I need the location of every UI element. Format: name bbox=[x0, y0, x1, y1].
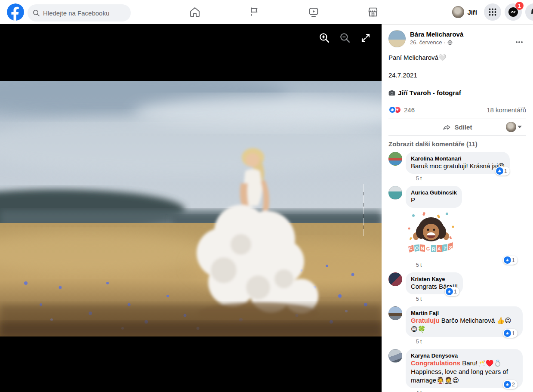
viewer-controls bbox=[318, 32, 372, 44]
like-icon bbox=[504, 381, 511, 388]
profile-chip[interactable]: Jiří bbox=[451, 5, 481, 19]
comment-karyna: Karyna Denysova Congratulations Baru!🥂♥️… bbox=[388, 349, 526, 392]
search-input[interactable] bbox=[43, 9, 120, 17]
like-reaction-icon bbox=[388, 106, 396, 114]
avatar[interactable] bbox=[388, 186, 402, 200]
author-avatar[interactable] bbox=[388, 30, 406, 47]
photo-viewer bbox=[0, 24, 382, 392]
tagged-page-link[interactable]: Jiří Tvaroh - fotograf bbox=[388, 89, 526, 96]
svg-text:S: S bbox=[449, 244, 453, 250]
avatar[interactable] bbox=[388, 349, 402, 363]
post-panel: Bára Melicharová 26. července · Pa bbox=[382, 24, 533, 392]
comment-time[interactable]: 4 t bbox=[416, 390, 526, 392]
like-count: 1 bbox=[454, 288, 457, 295]
highlighted-word: Gratuluju bbox=[411, 317, 440, 324]
zoom-in-button[interactable] bbox=[318, 32, 330, 44]
nav-marketplace[interactable] bbox=[361, 0, 385, 24]
notifications-button[interactable] bbox=[525, 3, 533, 21]
svg-text:N: N bbox=[421, 246, 424, 251]
thumbs-up-icon bbox=[390, 108, 394, 112]
home-icon bbox=[189, 6, 201, 18]
camera-icon bbox=[388, 90, 395, 96]
post-text: Paní Melicharová bbox=[388, 54, 438, 61]
comment-author[interactable]: Aurica Gubincsik bbox=[411, 189, 457, 196]
tagged-page-name: Jiří Tvaroh - fotograf bbox=[398, 89, 461, 96]
chevron-down-icon bbox=[518, 126, 522, 128]
reaction-icons[interactable]: ♥ bbox=[388, 106, 401, 114]
post-date[interactable]: 26. července bbox=[410, 39, 442, 46]
zoom-out-icon bbox=[339, 32, 351, 43]
avatar[interactable] bbox=[388, 272, 402, 286]
like-icon bbox=[504, 256, 511, 264]
comment-like-badge[interactable]: 1 bbox=[503, 329, 518, 338]
comment-author[interactable]: Karyna Denysova bbox=[411, 352, 518, 359]
messenger-unread-badge: 1 bbox=[515, 2, 524, 10]
profile-name: Jiří bbox=[467, 9, 477, 16]
svg-text:R: R bbox=[432, 247, 435, 252]
divider bbox=[388, 136, 526, 136]
comment-kristen: Kristen Kaye Congrats Bára!!! 5 t 1 bbox=[388, 272, 526, 302]
like-icon bbox=[496, 167, 503, 175]
comment-author[interactable]: Karolina Montanari bbox=[411, 155, 505, 162]
post-author-name[interactable]: Bára Melicharová bbox=[410, 30, 463, 38]
facebook-logo[interactable] bbox=[7, 3, 24, 22]
post-header: Bára Melicharová 26. července · bbox=[388, 30, 526, 47]
comment-text: P bbox=[411, 196, 457, 204]
comment-martin: Martin Fajl Gratuluju Barčo Melicharová … bbox=[388, 306, 526, 345]
comment-like-badge[interactable]: 1 bbox=[445, 287, 459, 296]
comment-time[interactable]: 5 t bbox=[416, 296, 526, 302]
comment-time[interactable]: 5 t bbox=[416, 176, 526, 182]
messenger-button[interactable]: 1 bbox=[505, 3, 522, 21]
facebook-app: Jiří 1 bbox=[0, 0, 533, 392]
comment-author[interactable]: Martin Fajl bbox=[411, 310, 518, 316]
comment-like-badge[interactable]: 2 bbox=[503, 380, 518, 389]
svg-text:G: G bbox=[426, 246, 430, 251]
highlighted-word: Congratulations bbox=[411, 359, 460, 367]
like-icon bbox=[446, 288, 453, 295]
avatar bbox=[452, 6, 464, 18]
avatar bbox=[506, 122, 516, 132]
bell-icon bbox=[529, 7, 533, 17]
show-more-comments[interactable]: Zobrazit další komentáře (11) bbox=[388, 140, 526, 148]
apps-menu-button[interactable] bbox=[484, 3, 501, 21]
comment-text: Baruš moc gratuluji! Krásná jsi😍 bbox=[411, 162, 505, 170]
meta-separator: · bbox=[444, 39, 445, 46]
comment-text: Gratuluju Barčo Melicharová 👍😉😊🍀 bbox=[411, 316, 518, 333]
fullscreen-icon bbox=[360, 33, 371, 43]
avatar[interactable] bbox=[388, 306, 402, 320]
congrats-sticker[interactable]: C O N G R A T S bbox=[406, 210, 456, 260]
comment-time[interactable]: 5 t bbox=[416, 339, 526, 345]
svg-text:A: A bbox=[437, 246, 441, 252]
comment-as-selector[interactable] bbox=[506, 122, 522, 132]
reaction-count[interactable]: 246 bbox=[404, 106, 415, 114]
nav-watch[interactable] bbox=[302, 0, 326, 24]
nav-home[interactable] bbox=[183, 0, 207, 24]
avatar[interactable] bbox=[388, 152, 402, 166]
comment-like-badge[interactable]: 1 bbox=[503, 256, 518, 265]
search-bar[interactable] bbox=[28, 4, 131, 22]
zoom-out-button[interactable] bbox=[339, 32, 351, 44]
share-button[interactable]: Sdílet bbox=[432, 120, 483, 133]
storefront-icon bbox=[367, 6, 379, 18]
svg-text:O: O bbox=[415, 245, 419, 251]
comment-bubble[interactable]: Aurica Gubincsik P bbox=[406, 186, 462, 208]
comment-aurica: Aurica Gubincsik P bbox=[388, 186, 526, 268]
comment-karolina: Karolina Montanari Baruš moc gratuluji! … bbox=[388, 152, 526, 182]
comment-author[interactable]: Kristen Kaye bbox=[411, 276, 458, 282]
facebook-logo-icon bbox=[7, 3, 24, 21]
fullscreen-button[interactable] bbox=[360, 32, 372, 44]
comment-bubble[interactable]: Karolina Montanari Baruš moc gratuluji! … bbox=[406, 152, 510, 174]
reactions-row: ♥ 246 18 komentářů bbox=[388, 106, 526, 114]
watch-icon bbox=[308, 6, 320, 18]
nav-pages[interactable] bbox=[242, 0, 266, 24]
comment-count[interactable]: 18 komentářů bbox=[487, 106, 526, 114]
like-count: 1 bbox=[512, 330, 515, 336]
comment-text: Congratulations Baru!🥂♥️💍 Happiness, lov… bbox=[411, 359, 518, 385]
post-date-line: 24.7.2021 bbox=[388, 71, 526, 79]
flag-icon bbox=[248, 6, 260, 18]
comment-like-badge[interactable]: 1 bbox=[495, 167, 510, 176]
like-icon bbox=[504, 330, 511, 337]
share-row: Sdílet bbox=[388, 118, 526, 136]
post-options-button[interactable] bbox=[515, 38, 524, 46]
wedding-photo[interactable] bbox=[0, 81, 382, 336]
